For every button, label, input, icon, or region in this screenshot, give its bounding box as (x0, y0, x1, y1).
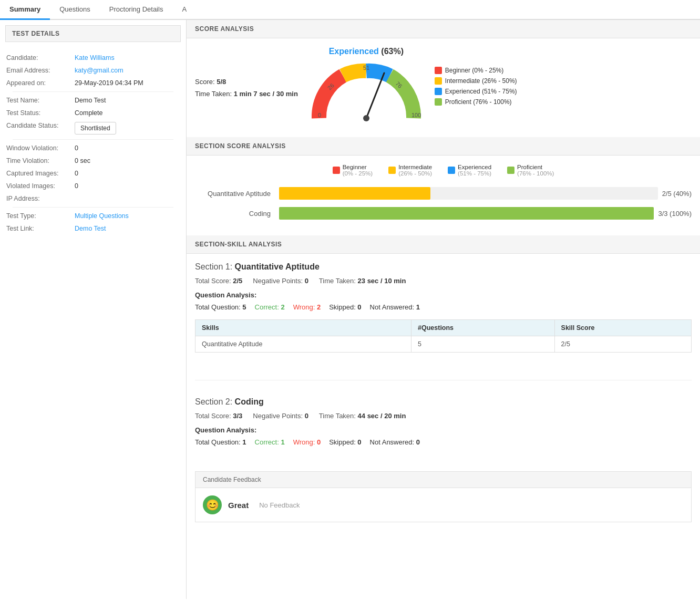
skill-analysis-section: SECTION-SKILL ANALYSIS Section 1: Quanti… (187, 235, 700, 522)
legend-proficient-color (435, 98, 442, 106)
section-1-stats: Total Question: 5 Correct: 2 Wrong: 2 Sk… (195, 303, 692, 311)
bar-legend-proficient-label: Proficient(76% - 100%) (517, 164, 554, 177)
section-2-title: Section 2: Coding (195, 397, 692, 407)
section-2-name: Coding (235, 397, 264, 406)
test-link-row: Test Link: Demo Test (6, 222, 180, 235)
section-2-wrong: Wrong: 0 (293, 438, 321, 446)
skill-analysis-header: SECTION-SKILL ANALYSIS (187, 235, 700, 254)
skills-table-header: Skills #Questions Skill Score (195, 320, 692, 336)
divider-3 (13, 207, 173, 208)
legend-beginner-color (435, 67, 442, 74)
section-score-body: Beginner(0% - 25%) Intermediate(26% - 50… (187, 156, 700, 235)
main-layout: TEST DETAILS Candidate: Kate Williams Em… (0, 20, 700, 599)
bar-legend-experienced: Experienced(51% - 75%) (448, 164, 491, 177)
section-2-total-q: Total Question: 1 (195, 438, 246, 446)
captured-images-label: Captured Images: (6, 170, 75, 177)
bar-track-qa (279, 187, 658, 200)
section-2-meta: Total Score: 3/3 Negative Points: 0 Time… (195, 412, 692, 420)
section-1-qa-title: Question Analysis: (195, 291, 692, 299)
test-type-label: Test Type: (6, 212, 75, 220)
section-2-correct: Correct: 1 (255, 438, 285, 446)
gauge-title: Experienced (63%) (329, 47, 404, 56)
section-1-correct: Correct: 2 (255, 303, 285, 311)
bar-legend-intermediate-color (388, 167, 396, 174)
right-panel: SCORE ANALYSIS Score: 5/8 Time Taken: 1 … (187, 20, 700, 599)
bar-score-qa: 2/5 (40%) (662, 190, 692, 198)
bar-label-coding: Coding (195, 210, 279, 218)
test-status-label: Test Status: (6, 109, 75, 117)
tab-summary[interactable]: Summary (0, 0, 50, 20)
legend-beginner-label: Beginner (0% - 25%) (445, 67, 503, 74)
bar-fill-coding (279, 207, 654, 220)
candidate-status-label: Candidate Status: (6, 122, 75, 129)
section-2-total-score: Total Score: 3/3 (195, 412, 242, 420)
svg-text:100: 100 (411, 112, 421, 118)
appeared-label: Appeared on: (6, 79, 75, 87)
window-violation-row: Window Violation: 0 (6, 142, 180, 154)
feedback-header: Candidate Feedback (195, 471, 692, 488)
candidate-row: Candidate: Kate Williams (6, 51, 180, 64)
score-value: 5/8 (217, 78, 226, 86)
candidate-status-dropdown[interactable]: Shortlisted (75, 122, 116, 135)
gauge-wrap: Experienced (63%) (308, 47, 424, 129)
section-1-time-taken: Time Taken: 23 sec / 10 min (319, 277, 406, 285)
legend-experienced-color (435, 88, 442, 95)
appeared-row: Appeared on: 29-May-2019 04:34 PM (6, 77, 180, 89)
section-divider (195, 380, 692, 380)
section-1-not-answered: Not Answered: 1 (370, 303, 420, 311)
test-type-value: Multiple Questions (75, 212, 129, 220)
tab-proctoring[interactable]: Proctoring Details (100, 0, 173, 20)
section-1-name: Quantitative Aptitude (235, 262, 320, 271)
score-label: Score: 5/8 (195, 78, 298, 86)
skill-section-1: Section 1: Quantitative Aptitude Total S… (187, 254, 700, 371)
test-details-header: TEST DETAILS (5, 25, 181, 42)
gauge-center-dot (363, 115, 369, 121)
time-prefix: Time Taken: (195, 90, 232, 98)
bar-label-qa: Quantitative Aptitude (195, 190, 279, 198)
legend-proficient: Proficient (76% - 100%) (435, 98, 529, 106)
section-score-analysis: SECTION SCORE ANALYSIS Beginner(0% - 25%… (187, 137, 700, 235)
divider-1 (13, 91, 173, 92)
feedback-body: 😊 Great No Feedback (195, 488, 692, 522)
candidate-value: Kate Williams (75, 54, 115, 61)
tab-questions[interactable]: Questions (50, 0, 100, 20)
window-violation-value: 0 (75, 144, 78, 152)
bar-legend: Beginner(0% - 25%) Intermediate(26% - 50… (195, 164, 692, 177)
bar-row-qa: Quantitative Aptitude 2/5 (40%) (195, 187, 692, 200)
section-2-stats: Total Question: 1 Correct: 1 Wrong: 0 Sk… (195, 438, 692, 446)
time-violation-label: Time Violation: (6, 157, 75, 164)
table-row: Quantitative Aptitude 5 2/5 (195, 336, 692, 353)
bar-legend-beginner: Beginner(0% - 25%) (333, 164, 373, 177)
test-type-row: Test Type: Multiple Questions (6, 210, 180, 222)
gauge-pointer (366, 73, 384, 118)
section-1-negative-points: Negative Points: 0 (253, 277, 308, 285)
section-2-negative-points: Negative Points: 0 (253, 412, 308, 420)
bar-legend-beginner-label: Beginner(0% - 25%) (343, 164, 373, 177)
section-1-total-q: Total Question: 5 (195, 303, 246, 311)
violated-images-value: 0 (75, 182, 78, 190)
time-value: 1 min 7 sec / 30 min (234, 90, 298, 98)
skill-score-1: 2/5 (554, 336, 691, 353)
legend-experienced: Experienced (51% - 75%) (435, 88, 529, 95)
smiley-icon: 😊 (203, 495, 222, 514)
bar-legend-proficient: Proficient(76% - 100%) (507, 164, 554, 177)
time-violation-value: 0 sec (75, 157, 90, 164)
section-2-not-answered: Not Answered: 0 (370, 438, 420, 446)
section-2-skipped: Skipped: 0 (329, 438, 361, 446)
bar-track-coding (279, 207, 654, 220)
gauge-category: Experienced (329, 47, 379, 56)
violated-images-row: Violated Images: 0 (6, 180, 180, 192)
email-value: katy@gmail.com (75, 67, 123, 74)
divider-2 (13, 139, 173, 140)
questions-col-header: #Questions (411, 320, 555, 336)
window-violation-label: Window Violation: (6, 144, 75, 152)
section-1-skipped: Skipped: 0 (329, 303, 361, 311)
legend-intermediate-color (435, 77, 442, 85)
ip-address-row: IP Address: (6, 192, 180, 205)
section-1-meta: Total Score: 2/5 Negative Points: 0 Time… (195, 277, 692, 285)
ip-address-label: IP Address: (6, 195, 75, 202)
test-name-label: Test Name: (6, 97, 75, 104)
score-analysis-section: SCORE ANALYSIS Score: 5/8 Time Taken: 1 … (187, 20, 700, 137)
test-status-row: Test Status: Complete (6, 107, 180, 119)
tab-a[interactable]: A (172, 0, 196, 20)
